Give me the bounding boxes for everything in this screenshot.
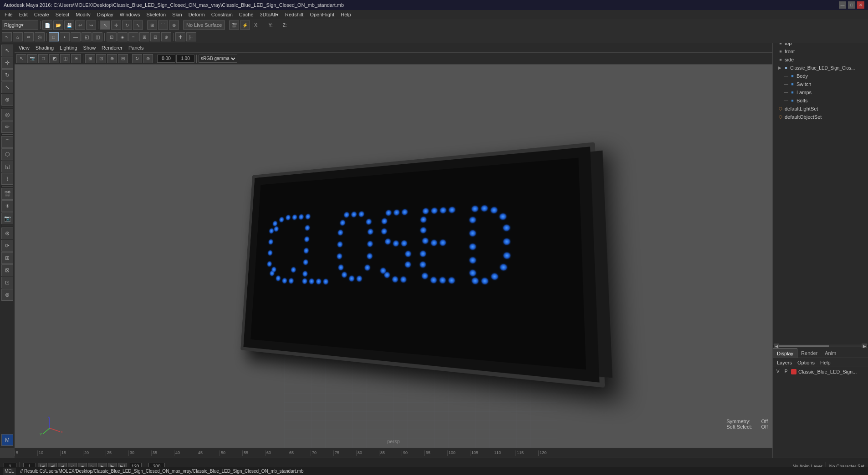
visibility-toggle[interactable]: V bbox=[775, 369, 781, 375]
close-button[interactable]: ✕ bbox=[857, 1, 864, 9]
menu-windows[interactable]: Windows bbox=[117, 10, 143, 19]
menu-constrain[interactable]: Constrain bbox=[209, 10, 235, 19]
gamma-select[interactable]: sRGB gamma bbox=[199, 55, 237, 63]
menu-openflight[interactable]: OpenFlight bbox=[307, 10, 337, 19]
aa-vp[interactable]: ⊕ bbox=[107, 54, 117, 63]
renderer-menu[interactable]: Renderer bbox=[99, 43, 125, 52]
bevel-btn[interactable]: ◈ bbox=[117, 32, 128, 41]
select-mode-btn[interactable]: ↖ bbox=[2, 32, 12, 41]
universal-tool-ls[interactable]: ⊕ bbox=[1, 94, 13, 106]
new-scene-button[interactable]: 📄 bbox=[42, 20, 52, 30]
tree-item-front[interactable]: ■ front bbox=[773, 47, 868, 56]
scrollbar-track[interactable] bbox=[779, 345, 862, 347]
snap-curve[interactable]: ⌒ bbox=[158, 20, 168, 30]
paint-tool-ls[interactable]: ✏ bbox=[1, 121, 13, 133]
workspace-selector[interactable]: Rigging▾ bbox=[2, 20, 38, 30]
tree-item-default-light-set[interactable]: ⬡ defaultLightSet bbox=[773, 105, 868, 113]
weight-tool-ls[interactable]: ⊠ bbox=[1, 264, 13, 276]
menu-edit[interactable]: Edit bbox=[16, 10, 31, 19]
select-vp[interactable]: ↖ bbox=[16, 54, 26, 63]
panels-menu[interactable]: Panels bbox=[126, 43, 146, 52]
grid-vp[interactable]: ⊞ bbox=[85, 54, 95, 63]
bind-tool-ls[interactable]: ⊞ bbox=[1, 252, 13, 264]
ik-tool-ls[interactable]: ⟳ bbox=[1, 240, 13, 252]
surface-tool-ls[interactable]: ◱ bbox=[1, 161, 13, 172]
menu-skeleton[interactable]: Skeleton bbox=[143, 10, 168, 19]
menu-deform[interactable]: Deform bbox=[186, 10, 208, 19]
tree-item-body[interactable]: — ■ Body bbox=[773, 72, 868, 80]
scale-tool[interactable]: ⤡ bbox=[133, 20, 143, 30]
undo-button[interactable]: ↩ bbox=[75, 20, 85, 30]
move-tool[interactable]: ✛ bbox=[111, 20, 121, 30]
menu-redshift[interactable]: Redshift bbox=[282, 10, 306, 19]
snap-vp[interactable]: ⊛ bbox=[143, 54, 153, 63]
uv-mode[interactable]: ◫ bbox=[92, 32, 102, 41]
curve-tool-ls[interactable]: ⌒ bbox=[1, 136, 13, 148]
menu-create[interactable]: Create bbox=[31, 10, 52, 19]
maximize-button[interactable]: □ bbox=[848, 1, 855, 9]
cam-vp[interactable]: 📷 bbox=[27, 54, 37, 63]
far-clip-input[interactable] bbox=[176, 55, 194, 63]
menu-help[interactable]: Help bbox=[338, 10, 354, 19]
select-tool[interactable]: ↖ bbox=[100, 20, 110, 30]
menu-select[interactable]: Select bbox=[53, 10, 72, 19]
mirror-btn[interactable]: ⊟ bbox=[150, 32, 160, 41]
extrude-btn[interactable]: ⊡ bbox=[107, 32, 117, 41]
tree-item-switch[interactable]: — ■ Switch bbox=[773, 80, 868, 88]
vertex-mode[interactable]: • bbox=[60, 32, 70, 41]
playback-toggle[interactable]: P bbox=[783, 369, 789, 375]
move-tool-ls[interactable]: ✛ bbox=[1, 57, 13, 69]
lasso-btn[interactable]: ⌂ bbox=[13, 32, 23, 41]
bridge-btn[interactable]: ≡ bbox=[128, 32, 138, 41]
menu-file[interactable]: File bbox=[2, 10, 15, 19]
split-btn[interactable]: ⊞ bbox=[139, 32, 149, 41]
shading-menu[interactable]: Shading bbox=[33, 43, 56, 52]
select-tool-ls[interactable]: ↖ bbox=[1, 45, 13, 56]
render-setup-ls[interactable]: 🎬 bbox=[1, 188, 13, 200]
tree-item-lamps[interactable]: — ■ Lamps bbox=[773, 88, 868, 96]
paint-btn[interactable]: ✏ bbox=[24, 32, 34, 41]
plus-btn[interactable]: + bbox=[175, 32, 185, 41]
light-vp[interactable]: ☀ bbox=[71, 54, 81, 63]
save-button[interactable]: 💾 bbox=[64, 20, 74, 30]
redo-button[interactable]: ↪ bbox=[86, 20, 96, 30]
deform-tool-ls[interactable]: ⌇ bbox=[1, 173, 13, 185]
tree-item-side[interactable]: ■ side bbox=[773, 56, 868, 64]
minimize-button[interactable]: — bbox=[839, 1, 846, 9]
hud-vp[interactable]: ⊡ bbox=[96, 54, 106, 63]
tex-vp[interactable]: ◫ bbox=[60, 54, 70, 63]
edge-mode[interactable]: — bbox=[71, 32, 81, 41]
render-btn[interactable]: 🎬 bbox=[229, 20, 239, 30]
anim-tab[interactable]: Anim bbox=[821, 349, 840, 358]
lighting-menu[interactable]: Lighting bbox=[57, 43, 80, 52]
menu-3dtoall[interactable]: 3DtoAll▾ bbox=[257, 10, 281, 19]
render-tab[interactable]: Render bbox=[797, 349, 821, 358]
menu-modify[interactable]: Modify bbox=[73, 10, 93, 19]
tree-item-bolts[interactable]: — ■ Bolts bbox=[773, 96, 868, 105]
tree-item-classic-sign[interactable]: ▶ ■ Classic_Blue_LED_Sign_Clos... bbox=[773, 64, 868, 72]
options-menu[interactable]: Options bbox=[795, 359, 817, 367]
fence-btn[interactable]: |⌐ bbox=[186, 32, 196, 41]
menu-display[interactable]: Display bbox=[94, 10, 116, 19]
show-menu[interactable]: Show bbox=[81, 43, 98, 52]
rotate-tool-ls[interactable]: ↻ bbox=[1, 69, 13, 81]
boolean-btn[interactable]: ⊕ bbox=[161, 32, 171, 41]
res-vp[interactable]: ⊟ bbox=[118, 54, 128, 63]
poly-tool-ls[interactable]: ⬡ bbox=[1, 148, 13, 160]
loop-vp[interactable]: ↻ bbox=[132, 54, 142, 63]
ipr-btn[interactable]: ⚡ bbox=[240, 20, 250, 30]
scale-tool-ls[interactable]: ⤡ bbox=[1, 81, 13, 93]
constraint-tool-ls[interactable]: ⊛ bbox=[1, 289, 13, 301]
help-menu[interactable]: Help bbox=[818, 359, 833, 367]
lasso-tool-ls[interactable]: ◎ bbox=[1, 109, 13, 121]
tree-item-default-object-set[interactable]: ⬡ defaultObjectSet bbox=[773, 113, 868, 121]
rotate-tool[interactable]: ↻ bbox=[122, 20, 132, 30]
layers-menu[interactable]: Layers bbox=[775, 359, 794, 367]
obj-mode[interactable]: □ bbox=[49, 32, 59, 41]
display-tab[interactable]: Display bbox=[773, 349, 797, 358]
view-menu[interactable]: View bbox=[16, 43, 32, 52]
camera-tool-ls[interactable]: 📷 bbox=[1, 212, 13, 224]
open-button[interactable]: 📂 bbox=[53, 20, 63, 30]
near-clip-input[interactable] bbox=[157, 55, 175, 63]
timeline-ruler[interactable]: 5 10 15 20 25 30 35 40 45 50 55 60 65 70… bbox=[15, 448, 772, 458]
